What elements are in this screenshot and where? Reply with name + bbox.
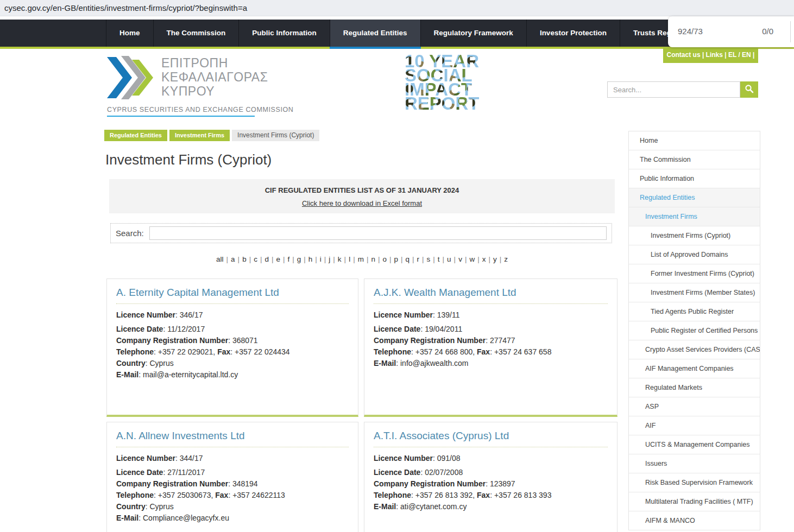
firm-card: A.N. Allnew Investments LtdLicence Numbe… <box>106 422 358 532</box>
firm-name-link[interactable]: A.T.I. Associates (Cyprus) Ltd <box>374 430 608 447</box>
alphabet-separator: | <box>342 255 349 263</box>
firm-field: Licence Date: 11/12/2017 <box>116 324 349 335</box>
sidebar-item-investment-firms-member-states[interactable]: Investment Firms (Member States) <box>629 283 760 302</box>
alphabet-link-c[interactable]: c <box>253 255 258 263</box>
sidebar-item-former-investment-firms-cypriot[interactable]: Former Investment Firms (Cypriot) <box>629 264 760 283</box>
alphabet-link-s[interactable]: s <box>426 255 431 263</box>
alphabet-link-w[interactable]: w <box>469 255 475 263</box>
sidebar-item-aif[interactable]: AIF <box>629 416 760 435</box>
cysec-logo[interactable]: ΕΠΙΤΡΟΠΗ ΚΕΦΑΛΑΙΑΓΟΡΑΣ ΚΥΠΡΟΥ CYPRUS SEC… <box>107 56 268 117</box>
alphabet-link-a[interactable]: a <box>230 255 236 263</box>
sidebar-item-investment-firms-cypriot[interactable]: Investment Firms (Cypriot) <box>629 226 760 245</box>
nav-item-public-information[interactable]: Public Information <box>238 20 330 47</box>
sidebar-item-regulated-markets[interactable]: Regulated Markets <box>629 378 760 397</box>
sidebar-item-crypto-asset-services-providers-casp[interactable]: Crypto Asset Services Providers (CASP) <box>629 340 760 359</box>
alphabet-separator: | <box>410 255 417 263</box>
alphabet-link-g[interactable]: g <box>297 255 302 263</box>
firm-name-link[interactable]: A.J.K. Wealth Management Ltd <box>374 287 608 304</box>
sidebar-item-investment-firms[interactable]: Investment Firms <box>629 207 760 226</box>
cif-list-notice: CIF REGULATED ENTITIES LIST AS OF 31 JAN… <box>109 179 615 213</box>
firm-field-label: Telephone <box>374 491 411 499</box>
sidebar-item-aifm-manco[interactable]: AIFM & MANCO <box>629 511 760 530</box>
firm-field-label: Telephone <box>116 491 154 499</box>
alphabet-link-z[interactable]: z <box>503 255 508 263</box>
alphabet-link-k[interactable]: k <box>337 255 342 263</box>
header-quick-links[interactable]: Contact us | Links | EL / EN | <box>663 47 758 63</box>
banner-line: REPORT <box>405 97 486 111</box>
firm-name-link[interactable]: A. Eternity Capital Management Ltd <box>116 287 349 304</box>
alphabet-link-o[interactable]: o <box>382 255 387 263</box>
find-matches: 0/0 <box>762 27 773 36</box>
alphabet-separator: | <box>281 255 287 263</box>
alphabet-link-n[interactable]: n <box>370 255 376 263</box>
alphabet-link-e[interactable]: e <box>275 255 281 263</box>
social-impact-report-banner[interactable]: 10 YEAR SOCIAL IMPACT REPORT <box>405 54 486 111</box>
sidebar-item-regulated-entities[interactable]: Regulated Entities <box>629 188 760 207</box>
sidebar-item-risk-based-supervision-framework[interactable]: Risk Based Supervision Framework <box>629 473 760 492</box>
alphabet-link-m[interactable]: m <box>357 255 364 263</box>
alphabet-link-p[interactable]: p <box>393 255 399 263</box>
alphabet-link-h[interactable]: h <box>308 255 313 263</box>
breadcrumb-investment-firms[interactable]: Investment Firms <box>169 130 230 141</box>
firm-field-label: E-Mail <box>374 359 396 368</box>
alphabet-separator: | <box>301 255 308 263</box>
firm-field: Licence Number: 346/17 <box>116 309 349 321</box>
site-search-input[interactable] <box>607 81 740 98</box>
alphabet-separator: | <box>452 255 458 263</box>
sidebar-item-ucits-management-companies[interactable]: UCITS & Management Companies <box>629 435 760 454</box>
firm-field-label: Licence Number <box>116 311 175 319</box>
alphabet-link-all[interactable]: all <box>216 255 224 263</box>
find-in-page-bar[interactable]: 924/73 0/0 <box>668 16 794 47</box>
alphabet-separator: | <box>387 255 394 263</box>
firm-field-label: Company Registration Number <box>116 479 228 488</box>
firm-name-link[interactable]: A.N. Allnew Investments Ltd <box>116 430 349 447</box>
alphabet-link-u[interactable]: u <box>446 255 452 263</box>
sidebar-item-list-of-approved-domains[interactable]: List of Approved Domains <box>629 245 760 264</box>
firm-field-label: Licence Number <box>374 311 433 319</box>
site-search-button[interactable] <box>740 81 758 98</box>
logo-greek-name: ΕΠΙΤΡΟΠΗ ΚΕΦΑΛΑΙΑΓΟΡΑΣ ΚΥΠΡΟΥ <box>161 56 268 98</box>
sidebar-item-asp[interactable]: ASP <box>629 397 760 416</box>
firm-field-label: Company Registration Number <box>374 336 486 345</box>
site-search <box>607 81 758 98</box>
alphabet-separator: | <box>475 255 482 263</box>
alphabet-link-t[interactable]: t <box>437 255 440 263</box>
firm-field: E-Mail: ati@cytanet.com.cy <box>374 501 608 512</box>
sidebar-item-the-commission[interactable]: The Commission <box>629 150 760 169</box>
entity-search-input[interactable] <box>149 226 607 240</box>
alphabet-link-y[interactable]: y <box>493 255 497 263</box>
nav-item-regulated-entities[interactable]: Regulated Entities <box>330 20 420 47</box>
find-bar-divider <box>790 21 791 42</box>
nav-item-home[interactable]: Home <box>106 20 153 47</box>
firm-field: Company Registration Number: 277477 <box>374 335 608 346</box>
alphabet-separator: | <box>463 255 469 263</box>
nav-item-regulatory-framework[interactable]: Regulatory Framework <box>420 20 526 47</box>
alphabet-link-v[interactable]: v <box>458 255 463 263</box>
nav-item-investor-protection[interactable]: Investor Protection <box>526 20 620 47</box>
firm-field-label: Licence Date <box>374 325 420 333</box>
browser-url-bar[interactable]: cysec.gov.cy/en-GB/entities/investment-f… <box>0 0 794 16</box>
breadcrumb-investment-firms-cypriot[interactable]: Investment Firms (Cypriot) <box>232 130 319 141</box>
firm-field: Licence Number: 344/17 <box>116 453 349 464</box>
alphabet-separator: | <box>269 255 276 263</box>
sidebar-item-public-information[interactable]: Public Information <box>629 169 760 188</box>
main-nav-items: HomeThe CommissionPublic InformationRegu… <box>106 20 700 47</box>
firm-field: Licence Date: 27/11/2017 <box>116 467 349 478</box>
firm-field: E-Mail: Compliance@legacyfx.eu <box>116 512 349 524</box>
sidebar-item-public-register-of-certified-persons[interactable]: Public Register of Certified Persons <box>629 321 760 340</box>
find-count: 924/73 <box>678 27 703 36</box>
sidebar-item-aif-management-companies[interactable]: AIF Management Companies <box>629 359 760 378</box>
sidebar-item-issuers[interactable]: Issuers <box>629 454 760 473</box>
excel-download-link[interactable]: Click here to download in Excel format <box>302 199 422 207</box>
sidebar-item-multilateral-trading-facilities-mtf[interactable]: Multilateral Trading Facilities ( MTF) <box>629 492 760 511</box>
entity-search-label: Search: <box>116 229 144 238</box>
alphabet-link-q[interactable]: q <box>405 255 411 263</box>
alphabet-link-d[interactable]: d <box>264 255 269 263</box>
alphabet-link-b[interactable]: b <box>242 255 247 263</box>
breadcrumb-regulated-entities[interactable]: Regulated Entities <box>104 130 167 141</box>
firm-field-label: Licence Number <box>116 454 175 463</box>
sidebar-item-tied-agents-public-register[interactable]: Tied Agents Public Register <box>629 302 760 321</box>
sidebar-item-home[interactable]: Home <box>629 131 760 150</box>
firm-field-label: Country <box>116 502 146 511</box>
nav-item-the-commission[interactable]: The Commission <box>153 20 239 47</box>
